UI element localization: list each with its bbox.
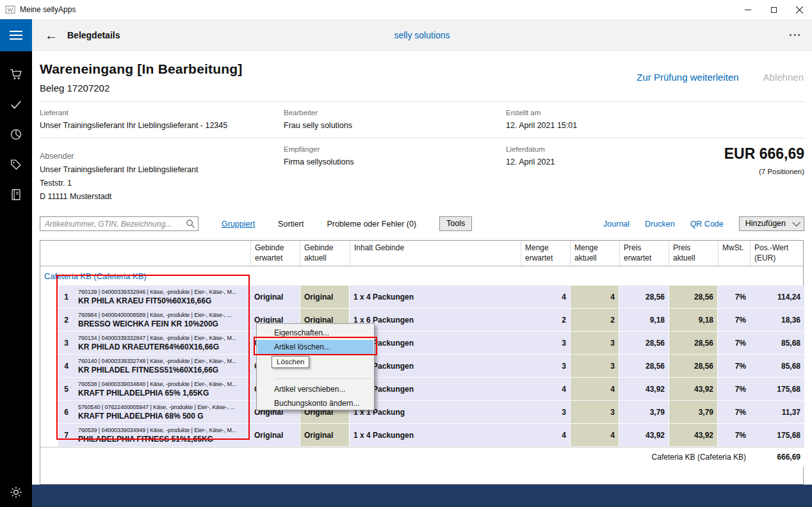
more-options-button[interactable]: ··· (789, 29, 802, 42)
footer-total: 666,69 (750, 447, 804, 467)
article-meta: 760134 | 04000339332847 | Käse, -produkt… (78, 334, 247, 342)
cell-preis-aktuell[interactable]: 9,18 (669, 309, 718, 332)
check-icon[interactable] (9, 97, 23, 111)
group-header[interactable]: Cafeteria KB (Cafeteria KB) (40, 266, 803, 286)
article-cell[interactable]: 760538 | 04000339034840 | Käse, -produkt… (74, 378, 250, 401)
article-cell[interactable]: 760134 | 04000339332847 | Käse, -produkt… (74, 332, 250, 355)
back-button[interactable]: ← (45, 29, 58, 42)
article-name: KR PHILAD KRAEUTER64%60X16,66G (78, 342, 247, 353)
hamburger-menu-button[interactable] (0, 19, 32, 51)
article-name: KR PHILA KRAEU FIT50%60X16,66G (78, 296, 247, 307)
delete-tooltip: Löschen (272, 356, 309, 368)
problems-link[interactable]: Probleme oder Fehler (0) (327, 220, 416, 229)
cell-menge-erwartet: 4 (521, 424, 570, 447)
table-row[interactable]: 4 760140 | 04000339332748 | Käse, -produ… (40, 355, 803, 378)
col-pos-wert[interactable]: Pos.-Wert (EUR) (750, 241, 804, 266)
cell-menge-erwartet: 2 (521, 309, 570, 332)
cell-pos-wert: 85,68 (750, 332, 804, 355)
col-mwst[interactable]: MwSt. (718, 241, 750, 266)
tag-icon[interactable] (9, 157, 23, 172)
footer-group-label: Cafeteria KB (Cafeteria KB) (40, 447, 750, 467)
divider (40, 101, 804, 102)
cell-preis-aktuell[interactable]: 43,92 (669, 424, 718, 447)
col-inhalt-gebinde[interactable]: Inhalt Gebinde (350, 241, 521, 266)
menu-item-artikel-verschieben[interactable]: Artikel verschieben... (257, 382, 373, 396)
tools-button[interactable]: Tools (439, 216, 472, 231)
cell-mwst: 7% (718, 355, 750, 378)
cell-menge-aktuell[interactable]: 3 (570, 401, 619, 424)
menu-item-buchungskonto-aendern[interactable]: Buchungskonto ändern... (257, 396, 373, 410)
window-titlebar: Meine sellyApps (0, 0, 812, 19)
sorted-link[interactable]: Sortiert (278, 220, 304, 229)
position-count: (7 Positionen) (724, 168, 804, 175)
article-cell[interactable]: 760140 | 04000339332748 | Käse, -produkt… (74, 355, 250, 378)
minimize-button[interactable] (735, 0, 761, 19)
cell-menge-aktuell[interactable]: 3 (570, 332, 619, 355)
cell-pos-wert: 18,36 (750, 309, 804, 332)
cell-gebinde-aktuell[interactable]: Original (300, 286, 350, 309)
col-gebinde-erwartet[interactable]: Gebinde erwartet (250, 241, 300, 266)
search-input[interactable] (40, 216, 199, 231)
cell-preis-aktuell[interactable]: 3,79 (669, 401, 718, 424)
reject-link[interactable]: Ablehnen (763, 72, 804, 83)
cart-icon[interactable] (9, 67, 23, 81)
print-link[interactable]: Drucken (645, 220, 675, 229)
table-row[interactable]: 6 5760540 | 07622400005947 | Käse, -prod… (40, 401, 803, 424)
chevron-down-icon (792, 218, 800, 227)
cell-menge-erwartet: 3 (521, 401, 570, 424)
cell-preis-aktuell[interactable]: 28,56 (669, 286, 718, 309)
maximize-button[interactable] (761, 0, 786, 19)
article-cell[interactable]: 760984 | 04000400008589 | Käse, -produkt… (74, 309, 250, 332)
article-cell[interactable]: 760139 | 04000339332946 | Käse, -produkt… (74, 286, 250, 309)
col-menge-aktuell[interactable]: Menge aktuell (570, 241, 619, 266)
table-row[interactable]: 2 760984 | 04000400008589 | Käse, -produ… (40, 309, 803, 332)
cell-menge-aktuell[interactable]: 3 (570, 355, 619, 378)
table-row[interactable]: 3 760134 | 04000339332847 | Käse, -produ… (40, 332, 803, 355)
article-name: KRAFT PHILADELPHIA 65% 1,65KG (78, 388, 247, 399)
cell-pos-wert: 11,37 (750, 401, 804, 424)
row-number: 5 (58, 378, 74, 401)
cell-preis-aktuell[interactable]: 28,56 (669, 332, 718, 355)
cell-gebinde-aktuell[interactable]: Original (300, 424, 350, 447)
cell-menge-aktuell[interactable]: 2 (570, 309, 619, 332)
cell-menge-erwartet: 4 (521, 286, 570, 309)
search-icon[interactable] (186, 219, 195, 229)
field-erstellt-am: Erstellt am 12. April 2021 15:01 (506, 109, 804, 130)
cell-preis-aktuell[interactable]: 28,56 (669, 355, 718, 378)
add-button[interactable]: Hinzufügen (739, 216, 804, 231)
article-cell[interactable]: 760539 | 04000339034949 | Käse, -produkt… (74, 424, 250, 447)
table-row[interactable]: 7 760539 | 04000339034949 | Käse, -produ… (40, 424, 803, 447)
col-preis-erwartet[interactable]: Preis erwartet (619, 241, 669, 266)
table-row[interactable]: 1 760139 | 04000339332946 | Käse, -produ… (40, 286, 803, 309)
table-header-row: Gebinde erwartet Gebinde aktuell Inhalt … (40, 241, 803, 266)
grouped-link[interactable]: Gruppiert (222, 220, 255, 229)
close-button[interactable] (786, 0, 812, 19)
qr-code-link[interactable]: QR Code (690, 220, 724, 229)
menu-item-artikel-loeschen[interactable]: Artikel löschen... (257, 340, 373, 354)
cell-mwst: 7% (718, 424, 750, 447)
cell-menge-aktuell[interactable]: 4 (570, 378, 619, 401)
menu-item-eigenschaften[interactable]: Eigenschaften... (257, 326, 373, 340)
pie-chart-icon[interactable] (9, 127, 23, 141)
content-area: Wareneingang [In Bearbeitung] Beleg 1720… (32, 51, 812, 485)
article-meta: 760538 | 04000339034840 | Käse, -produkt… (78, 380, 247, 388)
article-meta: 760140 | 04000339332748 | Käse, -produkt… (78, 357, 247, 365)
article-cell[interactable]: 5760540 | 07622400005947 | Käse, -produk… (74, 401, 250, 424)
col-gebinde-aktuell[interactable]: Gebinde aktuell (300, 241, 350, 266)
cell-menge-aktuell[interactable]: 4 (570, 424, 619, 447)
cell-preis-aktuell[interactable]: 43,92 (669, 378, 718, 401)
forward-for-review-link[interactable]: Zur Prüfung weiterleiten (637, 72, 738, 83)
cell-menge-erwartet: 3 (521, 332, 570, 355)
cell-inhalt-gebinde: 1 x 1 Packung (350, 401, 521, 424)
gear-icon[interactable] (9, 485, 23, 499)
book-icon[interactable] (9, 188, 23, 202)
journal-link[interactable]: Journal (603, 220, 629, 229)
col-preis-aktuell[interactable]: Preis aktuell (669, 241, 718, 266)
col-menge-erwartet[interactable]: Menge erwartet (521, 241, 570, 266)
cell-menge-aktuell[interactable]: 4 (570, 286, 619, 309)
page-header: ← Belegdetails selly solutions ··· (32, 19, 812, 51)
table-row[interactable]: 5 760538 | 04000339034840 | Käse, -produ… (40, 378, 803, 401)
cell-inhalt-gebinde: 1 x 4 Packungen (350, 332, 521, 355)
cell-preis-erwartet: 3,79 (619, 401, 669, 424)
row-number: 2 (58, 309, 74, 332)
